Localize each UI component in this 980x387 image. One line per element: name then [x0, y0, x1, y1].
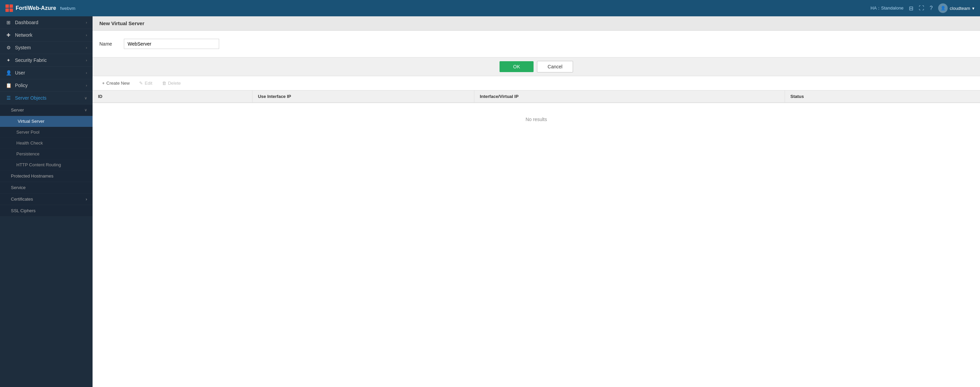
sidebar-item-protected-hostnames[interactable]: Protected Hostnames: [0, 170, 92, 182]
table-toolbar: + Create New ✎ Edit 🗑 Delete: [92, 76, 980, 90]
create-new-button[interactable]: + Create New: [98, 79, 134, 87]
server-objects-submenu: Server ∨ Virtual Server Server Pool Heal…: [0, 105, 92, 217]
sidebar-item-system[interactable]: ⚙ System ›: [0, 41, 92, 54]
main-layout: ⊞ Dashboard › ✚ Network › ⚙ System › ✦ S…: [0, 16, 980, 387]
network-icon: ✚: [5, 32, 11, 38]
policy-icon: 📋: [5, 82, 11, 88]
chevron-down-icon: ∨: [84, 96, 87, 100]
edit-button[interactable]: ✎ Edit: [135, 79, 156, 87]
server-group-chevron-icon: ∨: [84, 108, 87, 112]
chevron-right-icon: ›: [86, 58, 87, 62]
user-menu[interactable]: 👤 cloudteam ▾: [938, 3, 975, 13]
sidebar-item-policy[interactable]: 📋 Policy ›: [0, 79, 92, 92]
help-icon[interactable]: ?: [930, 5, 933, 11]
sidebar-item-service[interactable]: Service: [0, 182, 92, 194]
app-title: FortiWeb-Azure: [16, 5, 56, 11]
fullscreen-icon[interactable]: ⛶: [919, 5, 924, 11]
ok-button[interactable]: OK: [500, 61, 533, 72]
sidebar-item-ssl-ciphers[interactable]: SSL Ciphers: [0, 205, 92, 217]
cancel-button[interactable]: Cancel: [537, 61, 573, 73]
logo: FortiWeb-Azure fwebvm: [5, 5, 76, 12]
topbar: FortiWeb-Azure fwebvm HA：Standalone ⊟ ⛶ …: [0, 0, 980, 16]
logo-grid-icon: [5, 5, 13, 12]
no-results-row: No results: [92, 103, 980, 136]
certificates-chevron-icon: ›: [86, 197, 87, 201]
sidebar-item-certificates[interactable]: Certificates ›: [0, 194, 92, 205]
hostname: fwebvm: [60, 6, 76, 11]
sidebar-item-dashboard[interactable]: ⊞ Dashboard ›: [0, 16, 92, 29]
col-status-header: Status: [785, 90, 980, 103]
new-virtual-server-form: Name: [92, 31, 980, 57]
sidebar-item-network[interactable]: ✚ Network ›: [0, 29, 92, 41]
page-title: New Virtual Server: [99, 21, 144, 26]
user-icon: 👤: [5, 70, 11, 76]
chevron-right-icon: ›: [86, 33, 87, 37]
form-row-name: Name: [99, 39, 973, 49]
user-chevron-icon: ▾: [972, 6, 975, 11]
chevron-right-icon: ›: [86, 21, 87, 24]
sidebar-item-persistence[interactable]: Persistence: [0, 149, 92, 160]
system-icon: ⚙: [5, 45, 11, 50]
name-input[interactable]: [124, 39, 219, 49]
col-interface-virtual-ip-header: Interface/Virtual IP: [474, 90, 785, 103]
edit-icon: ✎: [139, 81, 143, 86]
username: cloudteam: [950, 6, 970, 11]
server-group-item[interactable]: Server ∨: [0, 105, 92, 116]
sidebar: ⊞ Dashboard › ✚ Network › ⚙ System › ✦ S…: [0, 16, 92, 387]
terminal-icon[interactable]: ⊟: [909, 5, 913, 11]
trash-icon: 🗑: [162, 81, 166, 86]
plus-icon: +: [102, 81, 105, 86]
server-objects-icon: ☰: [5, 95, 11, 101]
table-header-row: ID Use Interface IP Interface/Virtual IP…: [92, 90, 980, 103]
name-label: Name: [99, 41, 120, 47]
dashboard-icon: ⊞: [5, 20, 11, 25]
sidebar-item-security-fabric[interactable]: ✦ Security Fabric ›: [0, 54, 92, 67]
content-area: New Virtual Server Name OK Cancel + Crea…: [92, 16, 980, 387]
sidebar-item-server-pool[interactable]: Server Pool: [0, 127, 92, 138]
chevron-right-icon: ›: [86, 46, 87, 50]
virtual-server-table: ID Use Interface IP Interface/Virtual IP…: [92, 90, 980, 387]
avatar: 👤: [938, 3, 948, 13]
security-fabric-icon: ✦: [5, 57, 11, 63]
col-id-header: ID: [92, 90, 252, 103]
sidebar-item-http-content-routing[interactable]: HTTP Content Routing: [0, 160, 92, 170]
sidebar-item-user[interactable]: 👤 User ›: [0, 67, 92, 79]
delete-button[interactable]: 🗑 Delete: [158, 79, 185, 87]
create-new-label: Create New: [107, 81, 130, 86]
sidebar-item-health-check[interactable]: Health Check: [0, 138, 92, 149]
page-header: New Virtual Server: [92, 16, 980, 31]
server-group-label: Server: [11, 108, 84, 113]
chevron-right-icon: ›: [86, 83, 87, 87]
chevron-right-icon: ›: [86, 71, 87, 75]
edit-label: Edit: [145, 81, 152, 86]
col-use-interface-ip-header: Use Interface IP: [252, 90, 474, 103]
data-table: ID Use Interface IP Interface/Virtual IP…: [92, 90, 980, 136]
ha-status: HA：Standalone: [870, 5, 904, 11]
delete-label: Delete: [168, 81, 181, 86]
topbar-right: HA：Standalone ⊟ ⛶ ? 👤 cloudteam ▾: [870, 3, 975, 13]
sidebar-item-virtual-server[interactable]: Virtual Server: [0, 116, 92, 127]
no-results-text: No results: [92, 103, 980, 136]
form-actions: OK Cancel: [92, 57, 980, 76]
sidebar-item-server-objects[interactable]: ☰ Server Objects ∨: [0, 92, 92, 105]
